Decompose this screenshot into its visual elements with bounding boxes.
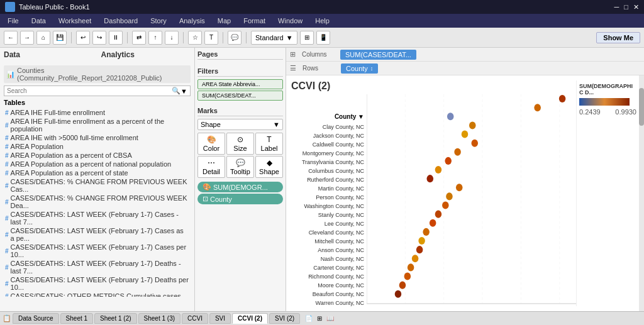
new-sheet-button[interactable]: 📄	[304, 314, 314, 323]
tooltip-button[interactable]: 💬	[228, 31, 242, 45]
tab-ccvi[interactable]: CCVI	[182, 313, 208, 324]
highlight-button[interactable]: ☆	[188, 31, 202, 45]
dot-martin[interactable]	[445, 157, 452, 165]
hash-icon: #	[5, 248, 9, 255]
menu-help[interactable]: Help	[313, 16, 332, 25]
marks-shape-button[interactable]: ◆ Shape	[255, 156, 283, 178]
maximize-button[interactable]: □	[624, 3, 628, 11]
dot-anson[interactable]	[430, 219, 436, 227]
marks-size-button[interactable]: ⊙ Size	[226, 133, 254, 155]
list-item[interactable]: #CASES/DEATHS: LAST WEEK (February 1-7) …	[4, 226, 191, 243]
dot-caldwell[interactable]	[447, 113, 454, 120]
menu-worksheet[interactable]: Worksheet	[56, 16, 94, 25]
tab-svi[interactable]: SVI	[209, 313, 231, 324]
tab-sheet1-2[interactable]: Sheet 1 (2)	[94, 313, 136, 324]
list-item[interactable]: #AREA IHE with >5000 full-time enrollmen…	[4, 133, 191, 142]
list-item[interactable]: #AREA Population	[4, 142, 191, 151]
forward-button[interactable]: →	[20, 31, 34, 45]
toolbar: ← → ⌂ 💾 ↩ ↪ ⏸ ⇄ ↑ ↓ ☆ T 💬 Standard ▼ ⊞ 📱…	[0, 28, 644, 48]
title-bar-controls[interactable]: ─ □ ✕	[614, 3, 639, 11]
save-button[interactable]: 💾	[53, 31, 67, 45]
redo-button[interactable]: ↪	[92, 31, 106, 45]
dot-richmond[interactable]	[416, 246, 423, 253]
search-input[interactable]	[7, 87, 172, 94]
marks-type-dropdown[interactable]: Shape ▼	[197, 119, 283, 130]
list-item[interactable]: #AREA IHE Full-time enrollment	[4, 108, 191, 117]
tab-data-source[interactable]: Data Source	[13, 313, 59, 324]
dot-transylvania[interactable]	[462, 131, 469, 138]
pause-button[interactable]: ⏸	[109, 31, 123, 45]
close-button[interactable]: ✕	[633, 3, 639, 11]
menu-analysis[interactable]: Analysis	[177, 16, 208, 25]
tab-sheet1-3[interactable]: Sheet 1 (3)	[138, 313, 180, 324]
list-item[interactable]: #CASES/DEATHS: LAST WEEK (February 1-7) …	[4, 243, 191, 259]
tab-svi-2[interactable]: SVI (2)	[269, 313, 300, 324]
dot-columbus[interactable]	[472, 140, 479, 147]
dot-nash[interactable]	[423, 228, 430, 236]
list-item[interactable]: #AREA Population as a percent of state	[4, 168, 191, 177]
menu-story[interactable]: Story	[148, 16, 169, 25]
dot-halifax[interactable]	[399, 282, 406, 289]
dot-jackson[interactable]	[534, 104, 541, 111]
list-item[interactable]: #AREA IHE Full-time enrollment as a perc…	[4, 117, 191, 133]
dot-cleveland[interactable]	[442, 201, 449, 209]
menu-format[interactable]: Format	[241, 16, 268, 25]
view-dropdown[interactable]: Standard ▼	[251, 31, 297, 45]
list-item[interactable]: #CASES/DEATHS: OTHER METRICS Cumulative …	[4, 292, 191, 297]
county-pill[interactable]: ⊡ County	[197, 194, 283, 204]
list-item[interactable]: #CASES/DEATHS: LAST WEEK (February 1-7) …	[4, 210, 191, 226]
menu-window[interactable]: Window	[275, 16, 305, 25]
dot-stanly[interactable]	[456, 184, 463, 191]
menu-data[interactable]: Data	[29, 16, 48, 25]
dot-warren[interactable]	[404, 272, 411, 280]
marks-label-button[interactable]: T Label	[255, 133, 283, 155]
dot-person[interactable]	[435, 166, 442, 174]
dot-clay[interactable]	[559, 95, 566, 102]
list-item[interactable]: #CASES/DEATHS: % CHANGE FROM PREVIOUS WE…	[4, 194, 191, 210]
fit-button[interactable]: ⊞	[300, 31, 314, 45]
data-source-icon-btn[interactable]: 📋	[3, 314, 11, 322]
search-bar[interactable]: 🔍 ▼	[4, 85, 191, 96]
new-story-button[interactable]: 📖	[325, 314, 335, 323]
marks-tooltip-button[interactable]: 💬 Tooltip	[226, 156, 254, 178]
minimize-button[interactable]: ─	[614, 3, 619, 11]
tab-sheet1[interactable]: Sheet 1	[60, 313, 93, 324]
dot-beaufort[interactable]	[408, 263, 414, 271]
dot-lee[interactable]	[446, 192, 453, 200]
rows-pill[interactable]: County ↕	[341, 63, 378, 74]
list-item[interactable]: #AREA Population as a percent of nationa…	[4, 160, 191, 168]
dot-moore[interactable]	[412, 255, 419, 262]
dot-mitchell[interactable]	[435, 211, 442, 218]
dot-burke[interactable]	[395, 290, 402, 298]
undo-button[interactable]: ↩	[76, 31, 90, 45]
device-button[interactable]: 📱	[316, 31, 330, 45]
list-item[interactable]: #CASES/DEATHS: % CHANGE FROM PREVIOUS WE…	[4, 177, 191, 194]
label-button[interactable]: T	[204, 31, 218, 45]
menu-dashboard[interactable]: Dashboard	[101, 16, 140, 25]
filter-pill-1[interactable]: AREA State Abbrevia...	[197, 79, 283, 89]
columns-pill[interactable]: SUM(CASES/DEAT...	[340, 50, 416, 60]
list-item[interactable]: #CASES/DEATHS: LAST WEEK (February 1-7) …	[4, 275, 191, 292]
sort-desc-button[interactable]: ↓	[165, 31, 179, 45]
dot-carteret[interactable]	[418, 237, 425, 245]
list-item[interactable]: #CASES/DEATHS: LAST WEEK (February 1-7) …	[4, 259, 191, 275]
sort-asc-button[interactable]: ↑	[148, 31, 162, 45]
dot-washington[interactable]	[427, 175, 434, 182]
menu-file[interactable]: File	[5, 16, 21, 25]
show-me-button[interactable]: Show Me	[596, 32, 640, 43]
item-label: CASES/DEATHS: % CHANGE FROM PREVIOUS WEE…	[11, 178, 189, 193]
back-button[interactable]: ←	[4, 31, 18, 45]
y-axis-label: Nash County, NC	[291, 255, 367, 263]
menu-map[interactable]: Map	[215, 16, 233, 25]
dot-montgomery[interactable]	[469, 121, 476, 129]
marks-detail-button[interactable]: ⋯ Detail	[197, 156, 225, 178]
list-item[interactable]: #AREA Population as a percent of CBSA	[4, 151, 191, 160]
sum-demogr-pill[interactable]: 🎨 SUM(DEMOGR...	[197, 182, 283, 192]
marks-color-button[interactable]: 🎨 Color	[197, 133, 225, 155]
home-button[interactable]: ⌂	[36, 31, 50, 45]
new-dashboard-button[interactable]: ⊞	[316, 314, 323, 323]
swap-button[interactable]: ⇄	[132, 31, 146, 45]
filter-pill-2[interactable]: SUM(CASES/DEAT...	[197, 91, 283, 101]
dot-rutherford[interactable]	[454, 148, 461, 156]
tab-ccvi-2[interactable]: CCVI (2)	[232, 313, 268, 324]
